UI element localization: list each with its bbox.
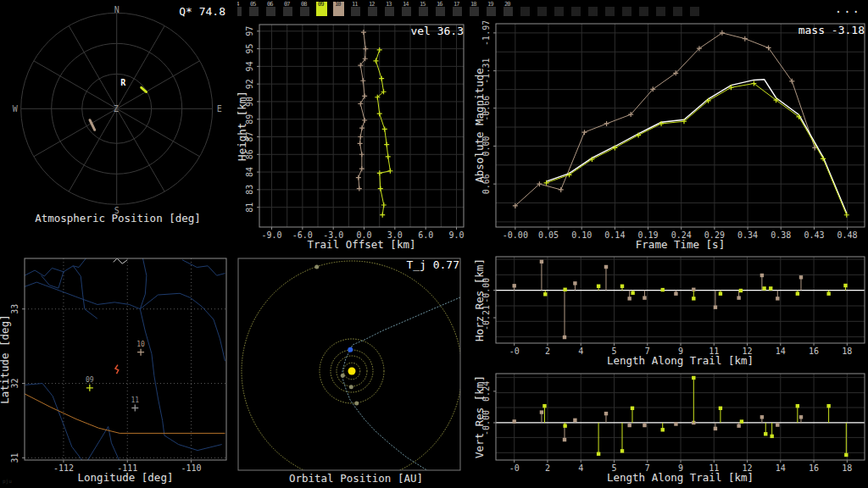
- marker-square: [799, 415, 803, 419]
- frame-tile-label: 20: [504, 1, 509, 8]
- frame-tile-15[interactable]: 15: [417, 0, 434, 21]
- marker-plus: [362, 118, 367, 123]
- x-tick-label: 0.48: [837, 230, 858, 240]
- x-axis-label: Trail Offset [km]: [308, 238, 416, 251]
- marker-square: [604, 265, 608, 269]
- frame-tile-blank-24[interactable]: [570, 0, 587, 21]
- marker-plus: [360, 78, 365, 83]
- frame-tile-06[interactable]: 06: [264, 0, 281, 21]
- marker-square: [714, 305, 717, 308]
- frame-tile-14[interactable]: 14: [400, 0, 417, 21]
- marker-plus: [356, 175, 361, 180]
- marker-square: [674, 422, 677, 425]
- y-tick-label: 95: [245, 44, 254, 54]
- y-axis-label: Horz Res [km]: [475, 258, 486, 341]
- plot-frame: [496, 24, 865, 227]
- frame-tile-19[interactable]: 19: [485, 0, 502, 21]
- station-marker-10: [137, 349, 144, 356]
- marker-plus: [559, 187, 564, 192]
- plot-frame: [496, 257, 865, 343]
- marker-square: [643, 296, 646, 299]
- marker-square: [573, 419, 576, 422]
- frame-tile-label: 18: [470, 1, 476, 8]
- river-4: [140, 258, 147, 309]
- p-mag-svg: -0.000.050.100.140.190.240.290.340.380.4…: [475, 21, 868, 254]
- x-tick-label: -110: [181, 463, 202, 473]
- frame-tile-blank-21[interactable]: [519, 0, 536, 21]
- overflow-menu[interactable]: ...: [835, 2, 861, 15]
- frame-tile-17[interactable]: 17: [451, 0, 468, 21]
- frame-tile-box: [419, 7, 428, 16]
- frame-tile-blank-22[interactable]: [536, 0, 553, 21]
- frame-tile-box: [554, 7, 564, 16]
- y-tick-label: 83: [245, 185, 254, 195]
- series-markers-profile-frame-09: [373, 47, 392, 218]
- river-2: [42, 272, 64, 288]
- x-tick-label: 16: [809, 347, 819, 356]
- marker-plus: [358, 141, 363, 146]
- frame-tile-box: [571, 7, 581, 16]
- x-axis-label: Length Along Trail [km]: [607, 471, 754, 484]
- frame-tile-blank-26[interactable]: [604, 0, 620, 21]
- frame-tile-box: [470, 7, 479, 16]
- marker-plus: [604, 121, 609, 126]
- planet-dot-venus: [349, 385, 353, 389]
- x-tick-label: 0.10: [571, 230, 592, 240]
- frame-tile-blank-30[interactable]: [671, 0, 688, 21]
- river-0: [25, 282, 225, 361]
- series-vert-res-frame-10: [512, 410, 803, 441]
- cloud-track: [114, 258, 128, 263]
- frame-tile-11[interactable]: 11: [349, 0, 366, 21]
- meteor-ground-mark: [115, 365, 119, 374]
- frame-tile-18[interactable]: 18: [468, 0, 485, 21]
- frame-tile-08[interactable]: 08: [298, 0, 315, 21]
- frame-tile-box: [639, 7, 648, 16]
- p-orbit-svg: T_j 0.77Orbital Position [AU]: [237, 250, 475, 488]
- frame-tile-16[interactable]: 16: [434, 0, 451, 21]
- marker-square: [714, 427, 717, 430]
- x-tick-label: 2: [545, 463, 550, 473]
- y-tick-label: 31: [10, 452, 19, 463]
- frame-tile-13[interactable]: 13: [383, 0, 400, 21]
- frame-tile-07[interactable]: 07: [281, 0, 298, 21]
- y-tick-label: 84: [245, 167, 254, 177]
- x-tick-label: -9.0: [261, 230, 281, 240]
- marker-plus: [387, 169, 392, 174]
- panel-orbital-position: T_j 0.77Orbital Position [AU]: [237, 250, 475, 488]
- marker-square: [692, 297, 695, 300]
- frame-tile-12[interactable]: 12: [366, 0, 383, 21]
- marker-square: [604, 412, 608, 415]
- panel-vert-residuals: -02457911121416180.24-0.00Length Along T…: [475, 373, 868, 488]
- marker-square: [627, 297, 631, 300]
- frame-tile-label: 10: [335, 1, 340, 8]
- y-tick-label: 92: [245, 79, 254, 89]
- frame-tile-blank-29[interactable]: [654, 0, 671, 21]
- panel-title: Orbital Position [AU]: [289, 472, 423, 485]
- polar-spoke: [117, 108, 165, 191]
- x-tick-label: 14: [776, 347, 786, 356]
- marker-square: [799, 275, 803, 279]
- frame-tile-10[interactable]: 10: [332, 0, 349, 21]
- frame-tile-20[interactable]: 20: [502, 0, 519, 21]
- marker-plus: [382, 126, 387, 131]
- marker-square: [737, 296, 740, 299]
- frame-tile-box: [368, 7, 377, 16]
- frame-tile-label: 19: [487, 1, 492, 8]
- x-tick-label: 0.14: [604, 230, 625, 240]
- frame-tile-box: [520, 7, 530, 16]
- frame-tile-blank-25[interactable]: [587, 0, 604, 21]
- frame-tile-blank-31[interactable]: [688, 0, 705, 21]
- frame-tile-blank-28[interactable]: [637, 0, 654, 21]
- frame-tile-label: 07: [284, 1, 289, 8]
- frame-tile-05[interactable]: 05: [248, 0, 264, 21]
- marker-square: [573, 281, 576, 285]
- frame-tile-blank-23[interactable]: [553, 0, 570, 21]
- frame-tile-blank-27[interactable]: [620, 0, 637, 21]
- marker-square: [540, 410, 543, 413]
- y-tick-label: 94: [245, 61, 254, 71]
- marker-square: [512, 419, 515, 423]
- frame-tile-09[interactable]: 09: [315, 0, 332, 21]
- x-tick-label: 0.05: [538, 230, 559, 240]
- marker-square: [542, 404, 546, 408]
- y-tick-label: 81: [245, 202, 254, 213]
